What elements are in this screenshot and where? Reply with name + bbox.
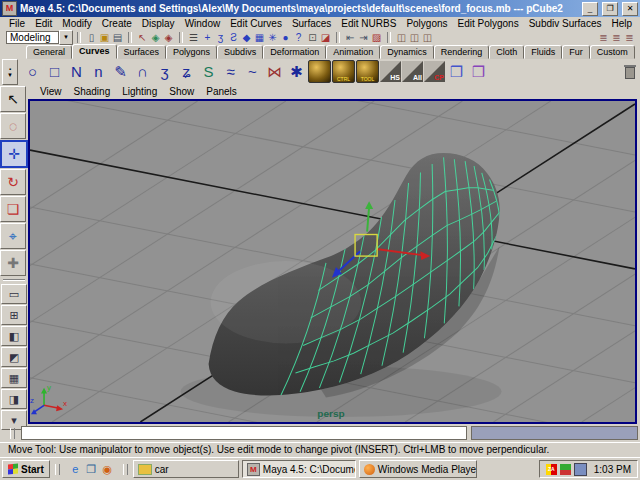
rotate-tool-icon[interactable]: ↻ bbox=[0, 169, 26, 195]
snap-to-view-planes-icon[interactable]: ◆ bbox=[240, 31, 253, 44]
custom-sphere-ctrl-icon[interactable]: CTRL bbox=[332, 60, 355, 83]
panel-menu-panels[interactable]: Panels bbox=[200, 86, 243, 97]
panel-menu-view[interactable]: View bbox=[34, 86, 68, 97]
zonealarm-tray-icon[interactable]: ZA bbox=[546, 464, 557, 475]
layout-persp-multi-icon[interactable]: ◨ bbox=[1, 389, 27, 409]
start-button[interactable]: Start bbox=[2, 460, 50, 478]
lasso-tool-icon[interactable]: ◌ bbox=[0, 113, 26, 139]
task-button-car[interactable]: car bbox=[133, 460, 239, 478]
tray-icon-2[interactable] bbox=[560, 464, 571, 475]
snap-to-points-icon[interactable]: Ƨ bbox=[227, 31, 240, 44]
menu-surfaces[interactable]: Surfaces bbox=[287, 18, 336, 29]
select-by-object-icon[interactable]: ◈ bbox=[149, 31, 162, 44]
menu-modify[interactable]: Modify bbox=[57, 18, 96, 29]
panel-menu-lighting[interactable]: Lighting bbox=[116, 86, 163, 97]
panel-menu-shading[interactable]: Shading bbox=[68, 86, 117, 97]
taskbar-grip[interactable] bbox=[123, 464, 128, 475]
shelf-tab-polygons[interactable]: Polygons bbox=[166, 45, 217, 59]
shelf-tab-fur[interactable]: Fur bbox=[562, 45, 590, 59]
viewport-canvas[interactable]: y x z persp bbox=[30, 101, 635, 422]
enter-edit-mode-icon[interactable]: ⇤ bbox=[344, 31, 357, 44]
construction-history-icon[interactable]: ✳ bbox=[266, 31, 279, 44]
new-scene-icon[interactable]: ▯ bbox=[85, 31, 98, 44]
tray-icon-3[interactable] bbox=[574, 463, 587, 476]
shelf-tab-cloth[interactable]: Cloth bbox=[489, 45, 524, 59]
shelf-tab-fluids[interactable]: Fluids bbox=[524, 45, 562, 59]
ipr-render-icon[interactable]: ◫ bbox=[408, 31, 421, 44]
all-shelf-button[interactable]: All bbox=[402, 61, 423, 82]
last-tool-used-icon[interactable]: ✚ bbox=[0, 250, 26, 276]
context-help-icon[interactable]: ? bbox=[292, 31, 305, 44]
render-globals-icon[interactable]: ◫ bbox=[421, 31, 434, 44]
save-scene-icon[interactable]: ▤ bbox=[111, 31, 124, 44]
offset-curve-icon[interactable]: ~ bbox=[242, 61, 263, 82]
car-mesh[interactable] bbox=[209, 153, 504, 397]
open-close-curve-icon[interactable]: ≈ bbox=[220, 61, 241, 82]
layout-four-pane-icon[interactable]: ⊞ bbox=[1, 305, 27, 325]
make-live-icon[interactable]: ▦ bbox=[253, 31, 266, 44]
curve-edit-tool-icon[interactable]: ✱ bbox=[286, 61, 307, 82]
shelf-tab-animation[interactable]: Animation bbox=[326, 45, 380, 59]
hs-shelf-button[interactable]: HS bbox=[380, 61, 401, 82]
command-line-grip[interactable] bbox=[10, 428, 15, 439]
show-attribute-editor-icon[interactable]: ≣ bbox=[597, 31, 610, 44]
menu-window[interactable]: Window bbox=[180, 18, 226, 29]
current-tool-state-icon[interactable]: ▨ bbox=[370, 31, 383, 44]
manipulator-y-arrow[interactable] bbox=[367, 207, 369, 232]
layout-persp-outliner-icon[interactable]: ◧ bbox=[1, 326, 27, 346]
insert-knot-icon[interactable]: ⋈ bbox=[264, 61, 285, 82]
show-manipulator-tool-icon[interactable]: ⌖ bbox=[0, 223, 26, 249]
input-operations-icon[interactable]: ☰ bbox=[187, 31, 200, 44]
menu-edit-polygons[interactable]: Edit Polygons bbox=[453, 18, 524, 29]
menu-polygons[interactable]: Polygons bbox=[401, 18, 452, 29]
menu-edit-nurbs[interactable]: Edit NURBS bbox=[336, 18, 401, 29]
snap-to-curves-icon[interactable]: ʒ bbox=[214, 31, 227, 44]
shelf-tab-dynamics[interactable]: Dynamics bbox=[380, 45, 434, 59]
open-scene-icon[interactable]: ▣ bbox=[98, 31, 111, 44]
shelf-tab-general[interactable]: General bbox=[26, 45, 72, 59]
shelf-menu-button[interactable]: ▪▼ bbox=[2, 59, 18, 85]
menu-display[interactable]: Display bbox=[137, 18, 180, 29]
highlight-selection-icon[interactable]: ◪ bbox=[319, 31, 332, 44]
smooth-poly-cube-icon[interactable]: ❒ bbox=[468, 61, 489, 82]
shelf-tab-rendering[interactable]: Rendering bbox=[434, 45, 490, 59]
shelf-tab-custom[interactable]: Custom bbox=[590, 45, 635, 59]
scale-tool-icon[interactable]: ❏ bbox=[0, 196, 26, 222]
circle-tool-icon[interactable]: ○ bbox=[22, 61, 43, 82]
cut-curve-icon[interactable]: S bbox=[198, 61, 219, 82]
make-live-surface-icon[interactable]: ● bbox=[279, 31, 292, 44]
task-button-maya[interactable]: M Maya 4.5: C:\Docume... bbox=[242, 460, 356, 478]
layout-hypershade-icon[interactable]: ▦ bbox=[1, 368, 27, 388]
lock-selection-icon[interactable]: ⊡ bbox=[306, 31, 319, 44]
ep-curve-tool-icon[interactable]: n bbox=[88, 61, 109, 82]
exit-edit-mode-icon[interactable]: ⇥ bbox=[357, 31, 370, 44]
select-by-hierarchy-icon[interactable]: ↖ bbox=[136, 31, 149, 44]
shelf-tab-deformation[interactable]: Deformation bbox=[263, 45, 326, 59]
menu-set-selector[interactable]: Modeling ▼ bbox=[6, 31, 73, 44]
cv-curve-tool-icon[interactable]: N bbox=[66, 61, 87, 82]
shelf-tab-surfaces[interactable]: Surfaces bbox=[117, 45, 167, 59]
layout-persp-graph-icon[interactable]: ◩ bbox=[1, 347, 27, 367]
chevron-down-icon[interactable]: ▼ bbox=[59, 30, 73, 45]
menu-file[interactable]: File bbox=[4, 18, 30, 29]
select-tool-icon[interactable]: ↖ bbox=[0, 86, 26, 112]
snap-to-grids-icon[interactable]: + bbox=[201, 31, 214, 44]
shelf-tab-curves[interactable]: Curves bbox=[72, 44, 117, 59]
menu-edit-curves[interactable]: Edit Curves bbox=[225, 18, 287, 29]
arc-tool-icon[interactable]: ∩ bbox=[132, 61, 153, 82]
menu-help[interactable]: Help bbox=[607, 18, 638, 29]
detach-curves-icon[interactable]: ʑ bbox=[176, 61, 197, 82]
internet-explorer-icon[interactable]: e bbox=[69, 463, 82, 476]
custom-sphere-tool-icon[interactable]: TOOL bbox=[356, 60, 379, 83]
move-tool-icon[interactable]: ✛ bbox=[0, 140, 28, 168]
layout-single-pane-icon[interactable]: ▭ bbox=[1, 284, 27, 304]
select-by-component-icon[interactable]: ◈ bbox=[162, 31, 175, 44]
shelf-tab-subdivs[interactable]: Subdivs bbox=[217, 45, 263, 59]
show-channel-box-icon[interactable]: ≣ bbox=[623, 31, 636, 44]
cp-shelf-button[interactable]: CP bbox=[424, 61, 445, 82]
menu-create[interactable]: Create bbox=[97, 18, 137, 29]
pencil-curve-tool-icon[interactable]: ✎ bbox=[110, 61, 131, 82]
menu-edit[interactable]: Edit bbox=[30, 18, 57, 29]
task-button-media-player[interactable]: Windows Media Player bbox=[359, 460, 477, 478]
command-line-input[interactable] bbox=[21, 426, 467, 440]
